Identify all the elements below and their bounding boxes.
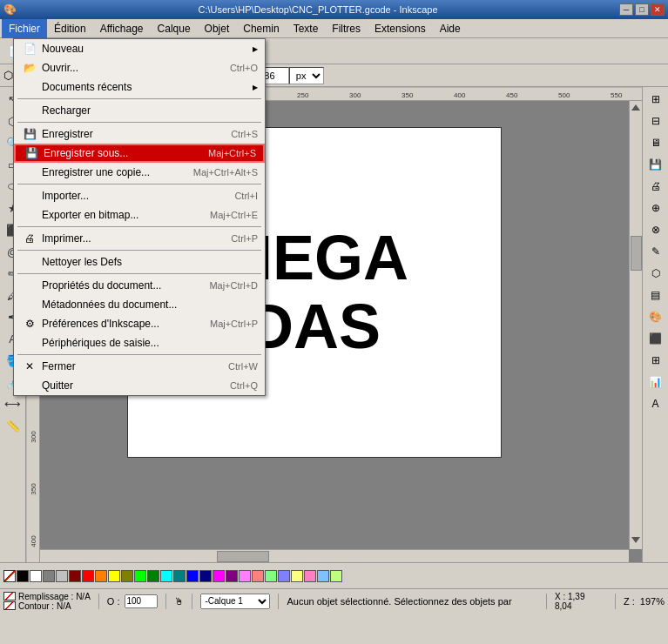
color-swatch-teal[interactable] xyxy=(173,570,186,582)
sep-7 xyxy=(17,354,261,355)
menu-enregistrer-copie[interactable]: Enregistrer une copie... Maj+Ctrl+Alt+S xyxy=(14,163,265,182)
scroll-down-button[interactable] xyxy=(630,533,642,549)
svg-marker-24 xyxy=(631,537,640,543)
menu-extensions[interactable]: Extensions xyxy=(368,19,433,38)
nouveau-icon: 📄 xyxy=(21,43,38,55)
menu-objet[interactable]: Objet xyxy=(198,19,237,38)
svg-text:350: 350 xyxy=(30,483,37,495)
xy-coords: X : 1,39 8,04 xyxy=(555,592,607,611)
menu-nouveau[interactable]: 📄 Nouveau ▶ xyxy=(14,39,265,58)
rt-btn-8[interactable]: ✎ xyxy=(645,241,666,262)
color-swatch-maroon[interactable] xyxy=(69,570,81,582)
menu-quitter[interactable]: Quitter Ctrl+Q xyxy=(14,376,265,395)
color-swatch-black[interactable] xyxy=(17,570,29,582)
layer-select[interactable]: -Calque 1 xyxy=(200,594,270,609)
right-toolbar: ⊞ ⊟ 🖥 💾 🖨 ⊕ ⊗ ✎ ⬡ ▤ 🎨 ⬛ ⊞ 📊 A xyxy=(642,87,668,562)
rt-btn-15[interactable]: A xyxy=(645,393,666,414)
sep-1 xyxy=(17,98,261,99)
menu-proprietes[interactable]: Propriétés du document... Maj+Ctrl+D xyxy=(14,276,265,295)
print-icon: 🖨 xyxy=(21,232,38,245)
color-swatch-cornflower[interactable] xyxy=(278,570,290,582)
title-bar-text: C:\Users\HP\Desktop\CNC_PLOTTER.gcode - … xyxy=(17,4,619,15)
color-swatch-green[interactable] xyxy=(147,570,159,582)
snap-page-button[interactable]: ⊟ xyxy=(645,111,666,131)
svg-text:550: 550 xyxy=(611,91,623,99)
unit-select[interactable]: px mm cm xyxy=(289,67,324,84)
color-swatch-white[interactable] xyxy=(30,570,42,582)
rt-btn-5[interactable]: 🖨 xyxy=(645,176,666,197)
color-swatch-silver[interactable] xyxy=(56,570,68,582)
menu-docs-recents[interactable]: Documents récents ▶ xyxy=(14,77,265,97)
menu-exporter-bitmap[interactable]: Exporter en bitmap... Maj+Ctrl+E xyxy=(14,205,265,225)
close-button[interactable]: ✕ xyxy=(651,3,665,16)
scrollbar-horizontal[interactable] xyxy=(40,549,629,562)
menu-nettoyer[interactable]: Nettoyer les Defs xyxy=(14,252,265,272)
menu-chemin[interactable]: Chemin xyxy=(236,19,286,38)
rt-btn-7[interactable]: ⊗ xyxy=(645,219,666,240)
color-swatch-lime[interactable] xyxy=(134,570,146,582)
menu-affichage[interactable]: Affichage xyxy=(93,19,151,38)
svg-marker-23 xyxy=(631,104,640,111)
color-swatch-purple[interactable] xyxy=(226,570,238,582)
snap-button[interactable]: ⊞ xyxy=(645,89,666,110)
color-swatch-skyblue[interactable] xyxy=(317,570,329,582)
scrollbar-vertical[interactable] xyxy=(629,101,642,549)
color-swatch-hotpink[interactable] xyxy=(304,570,316,582)
connector-tool[interactable]: ⟷ xyxy=(3,393,24,414)
color-swatch-salmon[interactable] xyxy=(252,570,264,582)
rt-btn-10[interactable]: ▤ xyxy=(645,285,666,305)
menu-peripheriques[interactable]: Périphériques de saisie... xyxy=(14,333,265,352)
menu-metadonnees[interactable]: Métadonnées du document... xyxy=(14,295,265,314)
scroll-up-button[interactable] xyxy=(630,101,642,117)
rt-btn-4[interactable]: 💾 xyxy=(645,154,666,175)
rt-btn-3[interactable]: 🖥 xyxy=(645,132,666,153)
color-swatch-lightgreen[interactable] xyxy=(265,570,277,582)
rt-btn-12[interactable]: ⬛ xyxy=(645,328,666,349)
color-swatch-lightlime[interactable] xyxy=(330,570,342,582)
menu-ouvrir[interactable]: 📂 Ouvrir... Ctrl+O xyxy=(14,58,265,77)
menu-texte[interactable]: Texte xyxy=(287,19,326,38)
color-swatch-navy[interactable] xyxy=(199,570,212,582)
status-bar: Remplissage : N/A Contour : N/A O : 🖱 -C… xyxy=(0,588,668,613)
sep-5 xyxy=(17,250,261,251)
preferences-icon: ⚙ xyxy=(21,318,38,330)
menu-edition[interactable]: Édition xyxy=(47,19,93,38)
color-swatch-blue[interactable] xyxy=(186,570,199,582)
menu-bar: Fichier Édition Affichage Calque Objet C… xyxy=(0,19,668,38)
menu-filtres[interactable]: Filtres xyxy=(325,19,368,38)
menu-importer[interactable]: Importer... Ctrl+I xyxy=(14,186,265,205)
rt-btn-11[interactable]: 🎨 xyxy=(645,306,666,327)
color-swatch-none[interactable] xyxy=(3,570,16,582)
menu-recharger[interactable]: Recharger xyxy=(14,101,265,120)
color-swatch-red[interactable] xyxy=(82,570,94,582)
menu-imprimer[interactable]: 🖨 Imprimer... Ctrl+P xyxy=(14,229,265,248)
menu-fermer[interactable]: ✕ Fermer Ctrl+W xyxy=(14,357,265,376)
color-swatch-lightyellow[interactable] xyxy=(291,570,303,582)
stroke-label: Contour : N/A xyxy=(18,601,91,611)
rt-btn-9[interactable]: ⬡ xyxy=(645,263,666,284)
rt-btn-6[interactable]: ⊕ xyxy=(645,198,666,218)
minimize-button[interactable]: ─ xyxy=(619,3,633,16)
rt-btn-14[interactable]: 📊 xyxy=(645,372,666,392)
rt-btn-13[interactable]: ⊞ xyxy=(645,350,666,371)
menu-enregistrer[interactable]: 💾 Enregistrer Ctrl+S xyxy=(14,124,265,144)
opacity-input[interactable] xyxy=(125,594,158,608)
color-swatch-orange[interactable] xyxy=(95,570,107,582)
menu-fichier[interactable]: Fichier xyxy=(2,19,47,38)
menu-enregistrer-sous[interactable]: 💾 Enregistrer sous... Maj+Ctrl+S xyxy=(14,144,265,163)
menu-calque[interactable]: Calque xyxy=(151,19,198,38)
color-swatch-cyan[interactable] xyxy=(160,570,172,582)
measure-tool[interactable]: 📏 xyxy=(3,415,24,436)
sep-2 xyxy=(17,122,261,123)
svg-text:400: 400 xyxy=(30,535,37,547)
maximize-button[interactable]: □ xyxy=(635,3,649,16)
color-swatch-pink[interactable] xyxy=(239,570,251,582)
menu-preferences[interactable]: ⚙ Préférences d'Inkscape... Maj+Ctrl+P xyxy=(14,314,265,333)
color-swatch-olive[interactable] xyxy=(121,570,133,582)
color-swatch-gray[interactable] xyxy=(43,570,55,582)
menu-aide[interactable]: Aide xyxy=(433,19,468,38)
zoom-label: Z : xyxy=(624,596,635,607)
color-swatch-yellow[interactable] xyxy=(108,570,120,582)
svg-text:300: 300 xyxy=(349,91,361,99)
color-swatch-magenta[interactable] xyxy=(213,570,225,582)
